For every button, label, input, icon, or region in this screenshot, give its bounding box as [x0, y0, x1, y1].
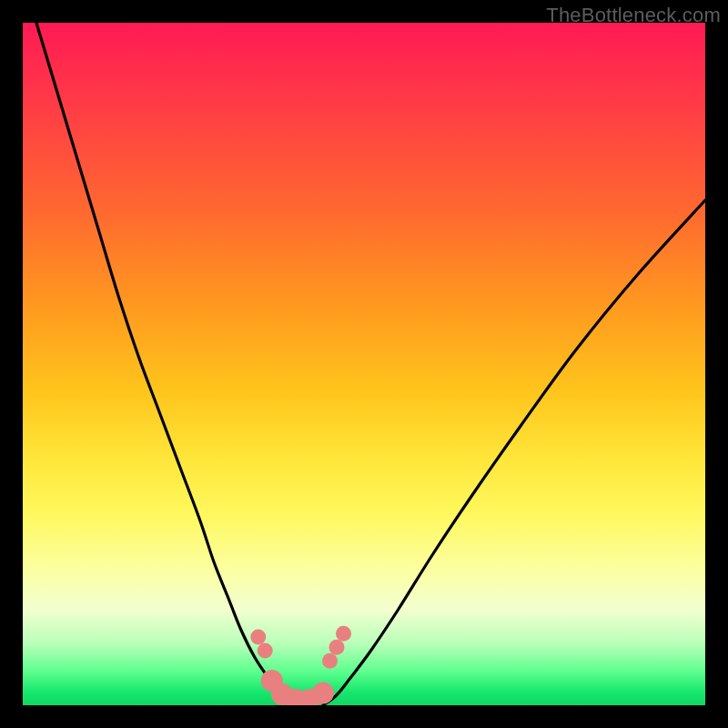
- marker-dot-small: [322, 653, 338, 669]
- plot-area: [23, 23, 705, 705]
- marker-dot-small: [250, 630, 266, 645]
- marker-dot-small: [336, 626, 351, 642]
- curve-right-branch: [323, 200, 705, 705]
- valley-markers-small: [250, 626, 351, 669]
- curve-left-branch: [36, 23, 296, 705]
- marker-dot-small: [258, 643, 273, 659]
- chart-frame: TheBottleneck.com: [0, 0, 728, 728]
- bottleneck-curve-svg: [23, 23, 705, 705]
- valley-markers-large: [261, 670, 334, 705]
- marker-dot-small: [329, 640, 345, 655]
- watermark-text: TheBottleneck.com: [546, 4, 721, 27]
- marker-dot-large: [312, 682, 334, 704]
